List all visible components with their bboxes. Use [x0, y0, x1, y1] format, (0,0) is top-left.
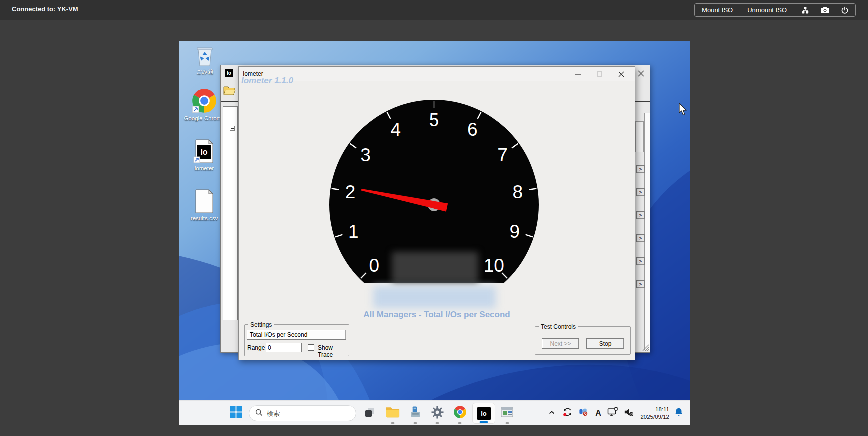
stop-button[interactable]: Stop [586, 338, 624, 349]
chrome-taskbar-button[interactable] [451, 401, 469, 425]
iometer-taskbar-button[interactable]: Io [472, 403, 495, 424]
vm-desktop-viewport: ごみ箱 Google Chrome Io [179, 41, 690, 425]
file-explorer-button[interactable] [384, 401, 402, 425]
scrollbar-fragment[interactable] [644, 113, 650, 350]
iometer-file-icon: Io [183, 139, 226, 164]
system-window-icon [501, 406, 514, 420]
main-window-close-button[interactable] [635, 68, 646, 79]
chrome-icon [453, 405, 467, 421]
send-keys-button[interactable] [794, 4, 816, 16]
range-input[interactable] [266, 343, 302, 352]
topology-pane[interactable] [223, 106, 238, 320]
search-input[interactable] [267, 410, 342, 417]
svg-text:6: 6 [467, 119, 478, 140]
csv-file-icon [183, 189, 226, 214]
svg-text:Io: Io [200, 148, 207, 156]
gear-icon [431, 406, 444, 421]
notification-bell-button[interactable] [671, 401, 686, 425]
display-plug-icon [607, 407, 618, 419]
desktop-icon-results-csv[interactable]: results.csv [183, 189, 226, 221]
expand-result-button[interactable]: > [636, 211, 645, 219]
ime-mode-label: A [595, 409, 601, 418]
next-button[interactable]: Next >> [542, 338, 579, 349]
close-button[interactable] [610, 67, 632, 81]
blurred-dial-readout [392, 252, 478, 283]
tree-collapse-icon[interactable] [230, 126, 235, 131]
desktop-icon-label: Google Chrome [183, 115, 226, 121]
minimize-button[interactable] [567, 67, 589, 81]
iometer-gauge-dialog: Iometer Iometer 1.1.0 012345678910 All M… [238, 66, 635, 360]
test-controls-groupbox: Test Controls Next >> Stop [535, 326, 631, 355]
ime-mode-button[interactable]: A [592, 401, 605, 425]
windows-taskbar: Io A [179, 400, 690, 425]
chevron-up-icon [548, 408, 556, 418]
open-file-icon[interactable] [223, 85, 236, 98]
screenshot-button[interactable] [816, 4, 834, 16]
expand-result-button[interactable]: > [636, 165, 645, 173]
svg-text:7: 7 [497, 145, 508, 165]
start-button[interactable] [226, 401, 245, 425]
tray-audio-button[interactable] [621, 401, 636, 425]
show-trace-checkbox[interactable] [308, 344, 314, 351]
mount-iso-button[interactable]: Mount ISO [695, 4, 740, 16]
remote-toolbar-buttons: Mount ISO Unmount ISO [694, 3, 856, 17]
running-indicator [414, 422, 417, 424]
expand-result-button[interactable]: > [636, 257, 645, 265]
tray-blocked-app-button[interactable] [576, 401, 591, 425]
iometer-app-icon: Io [225, 69, 233, 77]
power-icon [841, 6, 849, 14]
resize-grip[interactable] [641, 343, 649, 353]
svg-text:4: 4 [391, 119, 401, 140]
recycle-bin-icon [183, 45, 226, 67]
running-indicator [391, 422, 395, 424]
sync-alert-icon [562, 407, 573, 419]
desktop-icon-chrome[interactable]: Google Chrome [183, 88, 226, 121]
show-trace-label: Show Trace [318, 344, 349, 358]
iometer-icon: Io [477, 407, 491, 420]
active-indicator [480, 421, 488, 423]
running-indicator [436, 422, 439, 424]
task-view-icon [364, 406, 376, 420]
power-button[interactable] [834, 4, 855, 16]
svg-text:9: 9 [509, 221, 520, 242]
bell-icon [674, 407, 684, 419]
chrome-icon [183, 88, 226, 114]
folder-icon [386, 406, 400, 420]
tray-display-button[interactable] [605, 401, 621, 425]
system-window-button[interactable] [498, 401, 516, 425]
maximize-button[interactable] [589, 67, 610, 81]
tray-chevron-button[interactable] [545, 401, 559, 425]
dialog-titlebar[interactable]: Iometer [239, 67, 635, 81]
search-icon [255, 409, 263, 418]
svg-text:10: 10 [484, 255, 504, 276]
svg-text:1: 1 [348, 221, 359, 242]
connected-label: Connected to: YK-VM [12, 5, 78, 13]
blurred-value-text [373, 286, 496, 308]
svg-text:3: 3 [360, 145, 371, 165]
svg-text:2: 2 [345, 182, 356, 202]
settings-button[interactable] [429, 401, 446, 425]
storage-tool-button[interactable] [406, 401, 424, 425]
audio-muted-icon [623, 407, 634, 419]
taskbar-search[interactable] [249, 405, 356, 421]
unmount-iso-button[interactable]: Unmount ISO [740, 4, 794, 16]
expand-result-button[interactable]: > [636, 234, 645, 242]
expand-result-button[interactable]: > [636, 280, 645, 288]
svg-text:5: 5 [429, 110, 439, 130]
clock-time: 18:11 [655, 406, 669, 413]
expand-result-button[interactable]: > [636, 188, 645, 196]
ctrl-alt-del-keys-icon [801, 6, 809, 14]
clock-date: 2025/09/12 [640, 413, 669, 421]
range-label: Range [247, 344, 265, 351]
desktop-icon-iometer[interactable]: Io iometer [183, 139, 226, 171]
test-controls-legend: Test Controls [539, 323, 578, 330]
iometer-version-label: Iometer 1.1.0 [241, 76, 293, 86]
svg-text:0: 0 [369, 255, 380, 276]
tray-sync-button[interactable] [560, 401, 575, 425]
tray-clock[interactable]: 18:11 2025/09/12 [636, 401, 669, 425]
camera-icon [821, 6, 829, 14]
remote-toolbar: Connected to: YK-VM Mount ISO Unmount IS… [0, 0, 868, 20]
result-type-dropdown[interactable]: Total I/Os per Second [247, 330, 346, 340]
task-view-button[interactable] [362, 401, 378, 425]
storage-tool-icon [409, 406, 422, 420]
